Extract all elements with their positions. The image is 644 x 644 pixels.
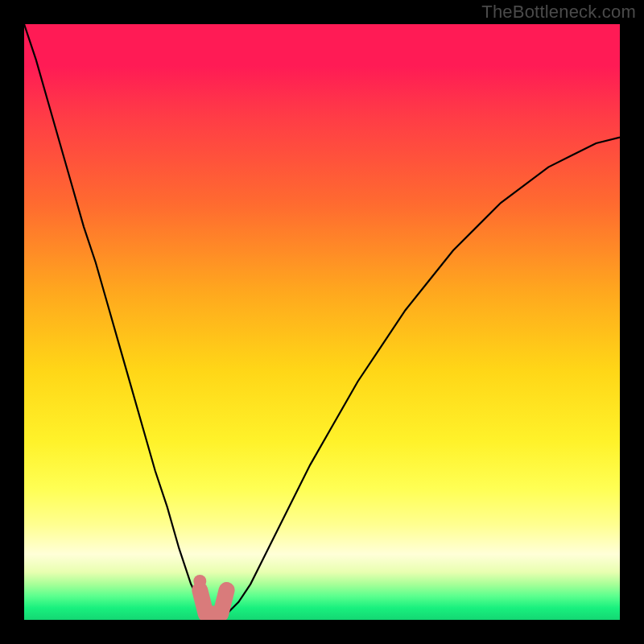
highlight-marker: [200, 590, 226, 614]
highlight-marker-dot: [193, 575, 206, 588]
bottleneck-curve: [24, 24, 620, 617]
watermark-text: TheBottleneck.com: [481, 2, 636, 23]
plot-area: [24, 24, 620, 620]
bottleneck-curve-svg: [24, 24, 620, 620]
chart-frame: TheBottleneck.com: [0, 0, 644, 644]
